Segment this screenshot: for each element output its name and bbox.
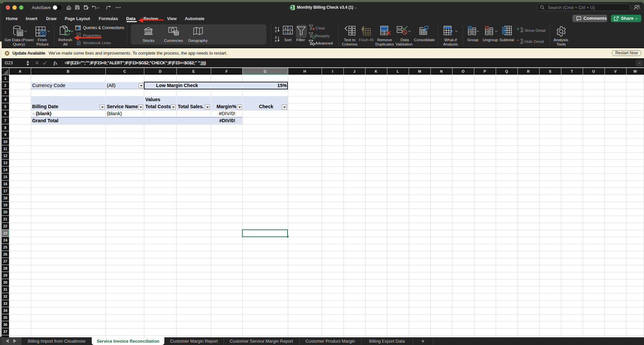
- svg-text:A: A: [275, 39, 277, 43]
- svg-text:A: A: [275, 26, 277, 29]
- svg-text:?: ?: [450, 29, 453, 35]
- svg-text:A: A: [285, 31, 287, 34]
- svg-text:A: A: [289, 27, 292, 30]
- svg-text:Z: Z: [289, 31, 291, 34]
- svg-text:X: X: [290, 6, 292, 9]
- svg-text:Z: Z: [275, 36, 276, 39]
- svg-text:Z: Z: [285, 27, 287, 30]
- svg-text:Z: Z: [275, 29, 276, 33]
